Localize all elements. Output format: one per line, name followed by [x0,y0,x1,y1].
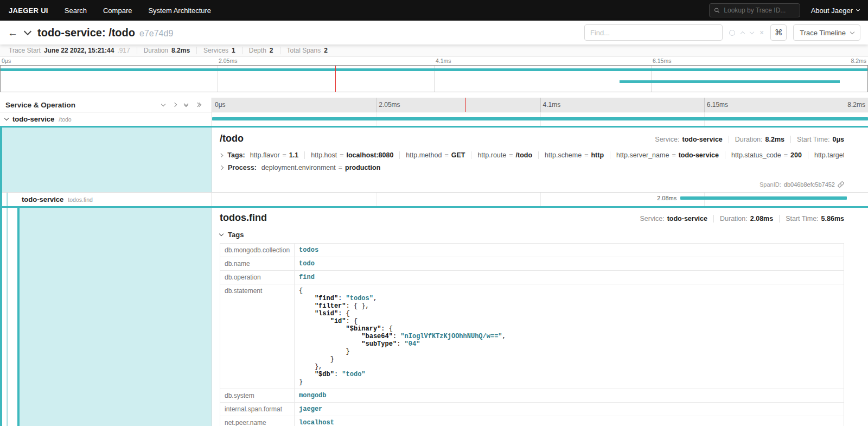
tag-key-cell: internal.span.format [220,403,295,416]
about-jaeger-label: About Jaeger [811,7,853,15]
trace-header: ← todo-service: /todo e7e74d9 × ⌘ Trace … [0,21,868,44]
span-row-todos-find[interactable]: todo-service todos.find 2.08ms [2,193,868,206]
equals-sign [509,151,513,159]
span-bar-todos-find[interactable] [680,196,847,200]
detail-title: /todo [220,133,244,144]
find-input[interactable] [584,24,723,41]
prev-result-icon[interactable] [741,31,745,35]
collapse-all-icon[interactable] [184,104,188,106]
clear-search-icon[interactable]: × [760,29,764,36]
equals-sign [444,151,448,159]
span-service-name: todo-service [22,195,63,204]
tag-key: deployment.environment [261,164,336,171]
summary-value: June 22 2022, 15:21:44 [44,47,114,54]
tag-key: http.route [477,151,506,159]
tag: http.server_nametodo-service [610,151,719,159]
tick-label: 0μs [215,101,226,109]
tag-value-cell: jaeger [295,403,844,416]
span-id-value: db046b8efc5b7452 [784,181,835,188]
trace-title: todo-service: /todo e7e74d9 [37,27,173,39]
meta-label: Start Time: [786,215,818,222]
service-operation-header: Service & Operation [0,98,212,112]
equals-sign [340,151,343,159]
span-name-cell-todos-find[interactable]: todo-service todos.find [2,193,212,206]
timeline-minimap[interactable] [0,65,868,92]
tag-value: production [345,164,380,171]
span-row-todo[interactable]: todo-service /todo [0,112,868,126]
table-row: net.peer.name localhost [220,416,844,426]
cursor-guide-line [335,66,336,92]
tags-summary-row[interactable]: Tags: http.flavor1.1 http.hostlocalhost:… [220,151,844,159]
spacer [0,92,868,98]
tag-value: localhost:8080 [347,151,394,159]
detail-indent-column [2,128,212,192]
meta-duration: Duration: 8.2ms [729,136,790,143]
process-caption: Process: [228,164,257,171]
tag-value: http [591,151,604,159]
span-service-name: todo-service [12,115,54,123]
span-bar-todo[interactable] [212,117,868,120]
collapse-trace-chevron-icon[interactable] [24,28,31,35]
page-title: todo-service: /todo [37,27,135,39]
tag-value-cell: { "find": "todos", "filter": { }, "lsid"… [295,284,844,389]
tag-value-cell: todo [295,257,844,271]
tag-key: http.host [311,151,337,159]
process-summary-row[interactable]: Process: deployment.environment producti… [220,164,844,171]
keyboard-shortcuts-button[interactable]: ⌘ [770,24,787,41]
span-bar-cell-todo[interactable] [212,112,868,126]
chevron-down-icon [850,29,854,34]
meta-start-time: Start Time: 0μs [790,136,844,143]
summary-label: Total Spans [287,47,321,54]
tag-key: http.target [814,151,844,159]
span-operation-name: /todo [59,116,71,123]
nav-link-system-architecture[interactable]: System Architecture [148,7,211,15]
nav-link-search[interactable]: Search [65,7,87,15]
tag-key-cell: db.mongodb.collection [220,244,295,257]
nav-link-compare[interactable]: Compare [103,7,132,15]
detail-header: todos.find Service: todo-service Duratio… [220,212,844,224]
expand-all-icon[interactable] [196,103,201,106]
detail-meta: Service: todo-service Duration: 2.08ms S… [634,215,844,222]
meta-value: 2.08ms [750,215,773,222]
gridline [376,98,376,112]
collapse-one-icon[interactable] [161,101,165,106]
tag-value-cell: find [295,271,844,284]
tag: http.flavor1.1 [250,151,299,159]
meta-value: 5.86ms [821,215,844,222]
span-bar-cell-todos-find[interactable]: 2.08ms [212,193,868,206]
collapse-children-chevron-icon[interactable] [4,116,9,120]
find-controls: × [729,29,764,36]
meta-label: Service: [640,215,665,222]
meta-service: Service: todo-service [634,215,714,222]
link-icon[interactable] [838,181,844,188]
trace-id-lookup[interactable] [709,3,800,17]
summary-value: 2 [324,47,328,54]
tag-key: http.method [406,151,442,159]
trace-view-label: Trace Timeline [800,29,846,37]
focus-match-icon[interactable] [729,30,735,36]
meta-start-time: Start Time: 5.86ms [779,215,844,222]
summary-services: Services 1 [196,47,242,54]
minimap-span-bar-todo [1,68,867,71]
expand-one-icon[interactable] [173,103,177,107]
gridline [704,98,705,112]
about-jaeger-menu[interactable]: About Jaeger [811,7,859,15]
meta-label: Duration: [720,215,748,222]
back-button[interactable]: ← [8,28,18,38]
trace-view-selector[interactable]: Trace Timeline [793,24,860,41]
tags-section-header[interactable]: Tags [220,231,844,239]
tag: http.route/todo [471,151,532,159]
collapse-controls [162,103,206,106]
tag-value: GET [451,151,465,159]
next-result-icon[interactable] [750,29,754,34]
summary-trace-start: Trace Start June 22 2022, 15:21:44 .917 [2,47,137,54]
tag-value-cell: localhost [295,416,844,426]
summary-duration: Duration 8.2ms [137,47,196,54]
span-name-cell-todo[interactable]: todo-service /todo [0,112,212,126]
table-row: db.system mongodb [220,389,844,403]
indent-fill [17,208,212,426]
meta-label: Start Time: [797,136,829,143]
trace-id-lookup-input[interactable] [723,6,795,15]
detail-panel-todo: /todo Service: todo-service Duration: 8.… [212,128,868,192]
summary-label: Services [203,47,228,54]
